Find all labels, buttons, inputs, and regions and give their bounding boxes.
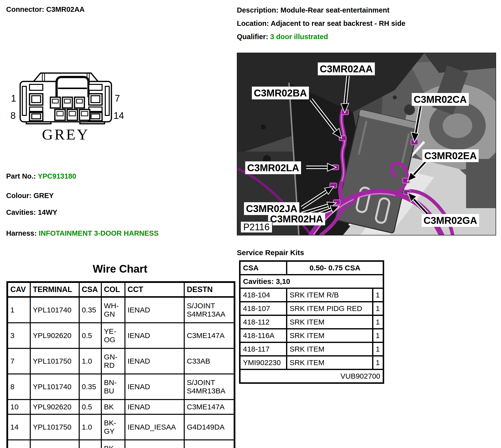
srk-item-desc: SRK ITEM xyxy=(286,329,373,342)
harness-line: Harness: INFOTAINMENT 3-DOOR HARNESS xyxy=(6,229,159,237)
description-line: Description: Module-Rear seat-entertainm… xyxy=(237,6,389,14)
qualifier-line: Qualifier: 3 door illustrated xyxy=(237,33,328,41)
cell-cav: 3 xyxy=(7,323,30,348)
srk-item-code: 418-104 xyxy=(240,288,286,302)
location-value: Adjacent to rear seat backrest - RH side xyxy=(270,19,405,27)
cell-cct: IENAD xyxy=(125,323,184,348)
srk-item-qty: 1 xyxy=(373,329,383,342)
table-row: 1 YPL101740 0.35 WH-GN IENAD S/JOINT S4M… xyxy=(7,297,235,323)
description-value: Module-Rear seat-entertainment xyxy=(280,6,389,14)
cavity xyxy=(30,84,43,90)
srk-item-qty: 1 xyxy=(373,288,383,302)
cell-col: BK xyxy=(101,400,125,414)
table-row: 8 YPL101740 0.35 BN-BU IENAD S/JOINT S4M… xyxy=(7,374,235,400)
qualifier-value: 3 door illustrated xyxy=(270,33,328,41)
photo-ref-p2116: P2116 xyxy=(240,221,272,233)
cavities-label: Cavities: xyxy=(6,208,36,216)
srk-item-qty: 1 xyxy=(373,356,383,369)
cell-cav: 7 xyxy=(7,348,30,374)
service-repair-kits-title: Service Repair Kits xyxy=(237,248,304,257)
cell-cav: 1 xyxy=(7,297,30,323)
qualifier-label: Qualifier: xyxy=(237,33,268,41)
connector-title: Connector: C3MR02AA xyxy=(6,5,85,14)
col-header-cav: CAV xyxy=(7,282,30,297)
cavity xyxy=(91,114,100,119)
col-header-destn: DESTN xyxy=(184,282,235,297)
srk-csa-range: 0.50- 0.75 CSA xyxy=(286,261,383,275)
connector-value: C3MR02AA xyxy=(46,5,85,13)
cell-terminal: YPL101750 xyxy=(30,440,79,448)
harness-label: Harness: xyxy=(6,229,37,237)
connector-latch xyxy=(57,77,89,97)
srk-footer-row: VUB902700 xyxy=(240,369,383,383)
connector-face-diagram: 1 8 7 14 GREY xyxy=(6,70,129,146)
cell-destn: C33AB xyxy=(184,348,235,374)
cell-col: BN-BU xyxy=(101,374,125,400)
photo-label-c3mr02la: C3MR02LA xyxy=(245,161,301,174)
colour-label: Colour: xyxy=(6,192,31,200)
pin-number-14: 14 xyxy=(114,111,124,121)
table-row: 418-107 SRK ITEM PIDG RED 1 xyxy=(240,302,383,315)
photo-label-c3mr02ca: C3MR02CA xyxy=(412,93,469,106)
table-row: 10 YPL902620 0.5 BK IENAD C3ME147A xyxy=(7,400,235,414)
cell-col: BK-GY xyxy=(101,440,125,448)
description-label: Description: xyxy=(237,6,278,14)
service-repair-kits: CSA 0.50- 0.75 CSA Cavities: 3,10 418-10… xyxy=(239,260,384,384)
srk-item-code: 418-112 xyxy=(240,315,286,329)
srk-item-desc: SRK ITEM R/B xyxy=(286,288,373,302)
photo-label-c3mr02ga: C3MR02GA xyxy=(422,214,479,227)
connector-slot-right xyxy=(105,86,109,115)
srk-item-desc: SRK ITEM xyxy=(286,315,373,329)
table-row: 3 YPL902620 0.5 YE-OG IENAD C3ME147A xyxy=(7,323,235,348)
service-repair-kits-table: CSA 0.50- 0.75 CSA Cavities: 3,10 418-10… xyxy=(239,260,384,384)
cell-terminal: YPL902620 xyxy=(30,400,79,414)
srk-item-qty: 1 xyxy=(373,315,383,329)
table-row: 418-112 SRK ITEM 1 xyxy=(240,315,383,329)
col-header-col: COL xyxy=(101,282,125,297)
cell-cct: IENAD_IESAA xyxy=(125,414,184,440)
part-no-line: Part No.: YPC913180 xyxy=(6,172,76,180)
cell-col: YE-OG xyxy=(101,323,125,348)
cavities-value: 14WY xyxy=(38,208,57,216)
cell-terminal: YPL101740 xyxy=(30,374,79,400)
cell-destn: C3ME147A xyxy=(184,400,235,414)
pin-number-7: 7 xyxy=(115,93,120,104)
cell-destn: G4D149EA xyxy=(184,440,235,448)
cell-terminal: YPL101750 xyxy=(30,348,79,374)
cell-csa: 0.35 xyxy=(79,297,101,323)
srk-item-qty: 1 xyxy=(373,302,383,315)
cell-cav: 10 xyxy=(7,400,30,414)
cavity xyxy=(30,107,43,112)
cavity xyxy=(32,114,41,119)
cell-terminal: YPL902620 xyxy=(30,323,79,348)
col-header-cct: CCT xyxy=(125,282,184,297)
srk-item-code: 418-117 xyxy=(240,342,286,356)
cell-destn: C3ME147A xyxy=(184,323,235,348)
table-row: 418-116A SRK ITEM 1 xyxy=(240,329,383,342)
wire-chart-table: CAV TERMINAL CSA COL CCT DESTN 1 YPL1017… xyxy=(6,281,235,448)
part-no-label: Part No.: xyxy=(6,172,36,180)
cell-terminal: YPL101750 xyxy=(30,414,79,440)
colour-line: Colour: GREY xyxy=(6,192,54,200)
colour-value: GREY xyxy=(33,192,54,200)
pin-number-8: 8 xyxy=(10,111,16,121)
connector-slot-left xyxy=(22,86,26,115)
col-header-csa: CSA xyxy=(79,282,101,297)
location-line: Location: Adjacent to rear seat backrest… xyxy=(237,19,405,28)
cell-terminal: YPL101740 xyxy=(30,297,79,323)
pin-number-1: 1 xyxy=(11,93,16,104)
cell-csa: 0.5 xyxy=(79,323,101,348)
cell-cav: 14 xyxy=(7,414,30,440)
cell-cav: 14 xyxy=(7,440,30,448)
cell-destn: S/JOINT S4MR13BA xyxy=(184,374,235,400)
cavity xyxy=(89,84,102,90)
srk-item-desc: SRK ITEM xyxy=(286,356,373,369)
connector-document-page: Connector: C3MR02AA Description: Module-… xyxy=(0,0,501,448)
connector-label: Connector: xyxy=(6,5,44,13)
cell-cct: IESAB_IENAD xyxy=(125,440,184,448)
cell-cct: IENAD xyxy=(125,297,184,323)
table-row: 14 YPL101750 1.0 BK-GY IESAB_IENAD G4D14… xyxy=(7,440,235,448)
cell-col: BK-GY xyxy=(101,414,125,440)
cavities-line: Cavities: 14WY xyxy=(6,208,57,217)
srk-header-row: CSA 0.50- 0.75 CSA xyxy=(240,261,383,275)
